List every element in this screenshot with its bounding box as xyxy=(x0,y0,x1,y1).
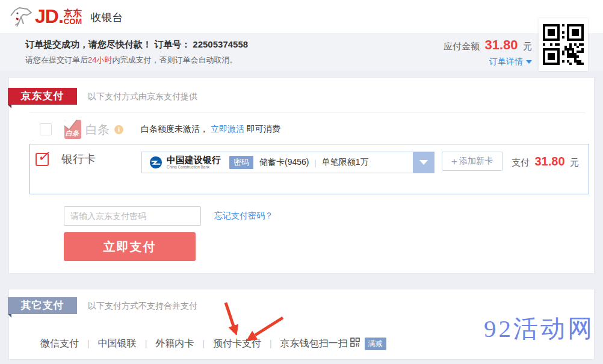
card-limit: 单笔限额1万 xyxy=(322,157,369,168)
plus-icon: + xyxy=(451,156,457,167)
order-detail-label: 订单详情 xyxy=(489,57,523,67)
other-pay-ribbon: 其它支付 xyxy=(8,297,77,314)
discount-badge: 满减 xyxy=(365,338,386,350)
bank-card-select[interactable]: 中国建设银行 China Construction Bank 密码 储蓄卡(94… xyxy=(141,152,434,173)
checkmark-icon: ✓ xyxy=(37,149,49,164)
pay-value: 31.80 xyxy=(534,155,564,168)
baitiao-logo-text: 白条 xyxy=(66,129,79,138)
baitiao-status-prefix: 白条额度未激活， xyxy=(141,124,208,134)
payment-qr-code xyxy=(539,18,588,71)
amount-unit: 元 xyxy=(523,41,532,51)
other-pay-caption: 以下支付方式不支持合并支付 xyxy=(88,301,197,312)
separator: | xyxy=(145,339,147,348)
card-info: 储蓄卡(9456) xyxy=(259,157,309,168)
other-pay-ribbon-label: 其它支付 xyxy=(21,300,64,311)
ribbon-fold xyxy=(8,105,11,108)
baitiao-logo-icon: 白条 xyxy=(64,120,81,139)
baitiao-label: 白条 xyxy=(85,122,110,138)
jd-logo-cn: 京东 xyxy=(64,8,82,17)
amount-value: 31.80 xyxy=(484,37,518,52)
order-summary-bar: 订单提交成功，请您尽快付款！ 订单号： 22505374558 请您在提交订单后… xyxy=(0,33,603,71)
order-detail-link[interactable]: 订单详情 xyxy=(489,57,532,67)
separator: | xyxy=(270,339,272,348)
bankcard-label: 银行卡 xyxy=(61,152,96,167)
baitiao-checkbox[interactable] xyxy=(40,123,52,135)
amount-label: 应付金额 xyxy=(444,41,480,51)
option-jd-wallet-scan[interactable]: 京东钱包扫一扫 xyxy=(280,338,348,350)
order-no-label: 订单号： xyxy=(154,39,190,49)
option-prepaid-card[interactable]: 预付卡支付 xyxy=(213,338,261,350)
notice-deadline: 24小时 xyxy=(88,55,112,64)
pay-unit: 元 xyxy=(570,157,579,167)
jd-logo[interactable]: JD. 京东 COM xyxy=(8,5,82,28)
order-success-text: 订单提交成功，请您尽快付款！ xyxy=(25,39,152,49)
bank-name: 中国建设银行 xyxy=(167,155,221,165)
pay-password-input[interactable] xyxy=(64,206,201,226)
baitiao-option-row: 白条 白条 i 白条额度未激活， 立即激活 即可消费 xyxy=(40,119,280,140)
jd-dog-icon xyxy=(8,5,34,28)
other-pay-options-row: 微信支付 | 中国银联 | 外籍内卡 | 预付卡支付 | 京东钱包扫一扫 满减 xyxy=(40,336,386,351)
jd-logo-com: COM xyxy=(64,17,82,25)
order-notice-line: 请您在提交订单后24小时内完成支付，否则订单会自动取消。 xyxy=(25,55,248,66)
order-number: 22505374558 xyxy=(193,39,248,49)
jd-pay-card: 京东支付 以下支付方式由京东支付提供 白条 白条 i 白条额度未激活， 立即激活… xyxy=(8,77,595,274)
amount-due: 应付金额 31.80 元 xyxy=(444,37,532,53)
option-unionpay[interactable]: 中国银联 xyxy=(98,338,137,350)
password-badge: 密码 xyxy=(229,156,253,169)
ccb-bank-logo-icon xyxy=(149,156,162,169)
baitiao-logo-flap xyxy=(64,120,78,129)
page-title: 收银台 xyxy=(90,10,123,25)
jd-pay-ribbon-label: 京东支付 xyxy=(21,90,64,102)
pay-now-button[interactable]: 立即支付 xyxy=(64,232,196,261)
qr-code-image xyxy=(543,24,584,65)
qr-scan-icon[interactable] xyxy=(350,338,360,350)
separator: | xyxy=(314,158,316,167)
row-pay-amount: 支付 31.80 元 xyxy=(512,152,579,172)
forgot-password-link[interactable]: 忘记支付密码？ xyxy=(214,211,273,221)
bank-name-block: 中国建设银行 China Construction Bank xyxy=(167,155,221,170)
baitiao-status-text: 白条额度未激活， 立即激活 即可消费 xyxy=(141,124,280,135)
watermark-text: 92活动网 xyxy=(484,312,595,345)
ribbon-fold xyxy=(8,314,11,318)
info-icon[interactable]: i xyxy=(114,125,123,134)
notice-prefix: 请您在提交订单后 xyxy=(25,55,88,64)
add-new-card-button[interactable]: + 添加新卡 xyxy=(442,152,502,171)
bank-name-en: China Construction Bank xyxy=(167,165,217,170)
separator: | xyxy=(87,339,90,348)
jd-logo-text: JD. xyxy=(35,5,63,28)
page-header: JD. 京东 COM 收银台 xyxy=(0,0,603,33)
pay-label: 支付 xyxy=(512,157,530,167)
divider xyxy=(29,113,586,113)
bankcard-option-row: ✓ 银行卡 中国建设银行 China Construction Bank 密码 … xyxy=(29,144,589,194)
select-dropdown-button[interactable] xyxy=(413,152,434,173)
jd-pay-ribbon: 京东支付 xyxy=(8,88,77,105)
add-card-label: 添加新卡 xyxy=(459,156,493,167)
bankcard-checkbox[interactable]: ✓ xyxy=(36,153,49,166)
order-success-line: 订单提交成功，请您尽快付款！ 订单号： 22505374558 xyxy=(25,39,248,51)
option-foreign-card[interactable]: 外籍内卡 xyxy=(155,338,194,350)
option-wechat-pay[interactable]: 微信支付 xyxy=(40,338,79,350)
jd-pay-caption: 以下支付方式由京东支付提供 xyxy=(88,91,197,102)
notice-suffix: 内完成支付，否则订单会自动取消。 xyxy=(112,55,237,64)
chevron-down-icon xyxy=(419,160,428,165)
baitiao-status-suffix: 即可消费 xyxy=(247,124,280,134)
password-row: 忘记支付密码？ xyxy=(64,206,273,226)
activate-baitiao-link[interactable]: 立即激活 xyxy=(211,124,244,134)
separator: | xyxy=(202,339,205,348)
caret-down-icon xyxy=(526,60,532,64)
